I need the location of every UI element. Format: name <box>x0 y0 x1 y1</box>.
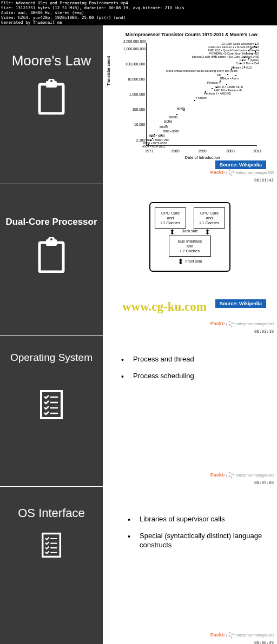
slide-operating-system: Operating System Process and thread Proc… <box>0 336 277 487</box>
main-content: Microprocessor Transistor Counts 1971-20… <box>103 25 277 184</box>
main-content: Libraries of supervisor calls Special (s… <box>103 487 277 644</box>
bullet-item: Process and thread <box>121 355 265 364</box>
slide-title: Dual-Core Processor <box>5 217 97 227</box>
clipboard-icon <box>36 79 67 117</box>
source-badge: Source: Wikipedia <box>215 299 266 308</box>
main-content: www.cg-ku.com CPU Core and L1 Caches CPU… <box>103 184 277 335</box>
core-box-right: CPU Core and L1 Caches <box>194 207 225 229</box>
timestamp: 00:05:00 <box>254 480 274 485</box>
core-box-left: CPU Core and L1 Caches <box>155 207 186 229</box>
main-content: Process and thread Process scheduling Pa… <box>103 336 277 486</box>
slide-title: Operating System <box>10 352 93 364</box>
brand-footer: Packt› | enterprisemanager360 <box>210 631 274 639</box>
transistor-chart: Transistor count 2,600,000,000 1,000,000… <box>111 41 263 149</box>
slide-moores-law: Moore's Law Microprocessor Transistor Co… <box>0 25 277 184</box>
timestamp: 00:03:10 <box>254 329 274 334</box>
slide-os-interface: OS Interface Libraries of supervisor cal… <box>0 487 277 644</box>
chart-title: Microprocessor Transistor Counts 1971-20… <box>111 32 272 37</box>
slide-title: OS Interface <box>18 506 85 520</box>
brand-footer: Packt› | enterprisemanager360 <box>210 169 274 176</box>
bullet-item: Libraries of supervisor calls <box>128 515 265 524</box>
y-axis-label: Transistor count <box>107 56 110 86</box>
sidebar: OS Interface <box>0 487 103 644</box>
slide-title: Moore's Law <box>12 52 91 69</box>
timestamp: 00:01:42 <box>254 178 274 183</box>
media-info-block: File: Advanced OSes and Programming Envi… <box>0 0 277 25</box>
source-badge: Source: Wikipedia <box>215 160 266 169</box>
bullet-list: Libraries of supervisor calls Special (s… <box>108 491 272 550</box>
bullet-list: Process and thread Process scheduling <box>108 340 272 381</box>
cpu-diagram: CPU Core and L1 Caches CPU Core and L1 C… <box>149 202 230 272</box>
checklist-icon <box>41 530 62 560</box>
bullet-item: Process scheduling <box>121 372 265 381</box>
brand-footer: Packt› | enterprisemanager360 <box>210 471 274 479</box>
bus-box: Bus Interface and L2 Caches <box>169 236 211 257</box>
sidebar: Moore's Law <box>0 25 103 184</box>
slide-dual-core: Dual-Core Processor www.cg-ku.com CPU Co… <box>0 184 277 336</box>
sidebar: Dual-Core Processor <box>0 184 103 335</box>
clipboard-icon <box>36 237 67 275</box>
brand-footer: Packt› | enterprisemanager360 <box>210 320 274 327</box>
sidebar: Operating System <box>0 336 103 486</box>
timestamp: 00:06:49 <box>254 640 274 644</box>
checklist-icon <box>39 390 63 422</box>
watermark: www.cg-ku.com <box>122 300 207 314</box>
bullet-item: Special (syntactically distinct) languag… <box>128 532 265 550</box>
